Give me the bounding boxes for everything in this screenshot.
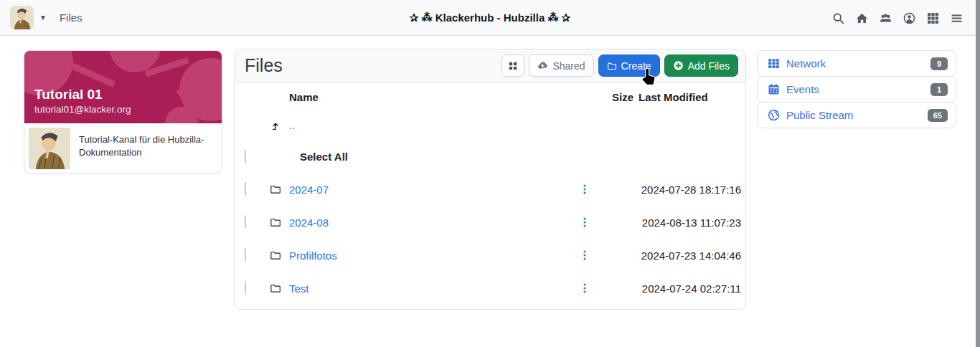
sidebar-item-label: Public Stream [786, 109, 928, 121]
groups-icon[interactable] [879, 11, 892, 24]
page: ▼ Files ✰ ⁂ Klackerhub - Hubzilla ⁂ ✰ [0, 0, 980, 347]
row-menu-kebab-icon[interactable] [570, 184, 599, 194]
select-all-label: Select All [300, 151, 348, 163]
level-up-icon [262, 120, 289, 131]
row-modified: 2024-07-23 14:04:46 [633, 249, 741, 262]
row-menu-kebab-icon[interactable] [570, 217, 599, 227]
right-sidebar: Network 9 Events 1 Public Stream 65 [757, 50, 956, 128]
files-panel-header: Files Shared Create Add Files [235, 49, 745, 82]
column-header-modified: Last Modified [633, 91, 741, 103]
table-row: Profilfotos 2024-07-23 14:04:46 [235, 239, 745, 272]
create-button[interactable]: Create [598, 54, 660, 77]
scrollbar-thumb[interactable] [976, 0, 980, 347]
navbar: ▼ Files ✰ ⁂ Klackerhub - Hubzilla ⁂ ✰ [0, 0, 980, 36]
create-button-label: Create [621, 60, 651, 72]
account-icon[interactable] [903, 11, 915, 24]
folder-icon [607, 61, 617, 71]
channel-dropdown-caret[interactable]: ▼ [39, 14, 47, 22]
files-panel: Files Shared Create Add Files [234, 49, 746, 310]
row-modified: 2024-07-24 02:27:11 [633, 282, 741, 295]
folder-link[interactable]: 2024-07 [289, 184, 329, 196]
channel-avatar[interactable] [10, 6, 34, 29]
cloud-download-icon [537, 60, 548, 71]
network-count-badge: 9 [930, 57, 948, 70]
add-files-button-label: Add Files [688, 60, 730, 72]
avatar-image [10, 6, 34, 29]
channel-address: tutorial01@klacker.org [34, 104, 212, 115]
table-row: 2024-08 2024-08-13 11:07:23 [235, 206, 745, 239]
plus-circle-icon [673, 60, 684, 71]
app-context-label: Files [60, 11, 83, 24]
avatar-image [29, 128, 70, 169]
folder-icon [262, 282, 289, 294]
folder-link[interactable]: Profilfotos [289, 249, 337, 262]
shared-button-label: Shared [552, 60, 585, 72]
navbar-icons [831, 0, 963, 36]
column-header-size: Size [599, 91, 633, 103]
folder-link[interactable]: 2024-08 [289, 217, 329, 229]
channel-description: Tutorial-Kanal für die Hubzilla-Dokument… [79, 128, 215, 158]
parent-directory-link[interactable]: .. [289, 119, 295, 131]
table-header-row: Name Size Last Modified [235, 82, 745, 111]
row-modified: 2024-08-13 11:07:23 [633, 217, 741, 229]
row-checkbox[interactable] [245, 248, 246, 262]
sidebar-item-label: Events [786, 83, 930, 95]
profile-banner: Tutorial 01 tutorial01@klacker.org [24, 51, 222, 123]
table-row: 2024-07 2024-07-28 18:17:16 [235, 173, 745, 206]
folder-icon [262, 217, 289, 228]
events-count-badge: 1 [930, 83, 948, 96]
add-files-button[interactable]: Add Files [664, 54, 738, 77]
view-toggle-button[interactable] [501, 54, 524, 77]
files-toolbar: Shared Create Add Files [501, 54, 738, 77]
profile-avatar [29, 128, 70, 169]
menu-icon[interactable] [950, 11, 963, 24]
row-menu-kebab-icon[interactable] [570, 283, 599, 293]
table-row: Test 2024-07-24 02:27:11 [235, 272, 745, 305]
apps-grid-icon[interactable] [926, 11, 939, 24]
public-stream-count-badge: 65 [928, 109, 948, 122]
network-grid-icon [768, 57, 780, 70]
sidebar-item-public-stream[interactable]: Public Stream 65 [757, 102, 956, 128]
home-icon[interactable] [855, 11, 868, 24]
sidebar-item-network[interactable]: Network 9 [757, 50, 956, 77]
folder-icon [262, 184, 289, 195]
shared-button[interactable]: Shared [529, 54, 593, 77]
channel-name: Tutorial 01 [34, 87, 212, 103]
grid-view-icon [508, 61, 518, 71]
select-all-checkbox[interactable] [245, 150, 246, 163]
profile-card: Tutorial 01 tutorial01@klacker.org Tutor… [24, 50, 222, 174]
parent-directory-row: .. [235, 111, 745, 140]
sidebar-item-label: Network [786, 57, 930, 70]
folder-link[interactable]: Test [289, 282, 309, 295]
files-table: Name Size Last Modified .. Select All [235, 82, 745, 309]
search-icon[interactable] [831, 11, 844, 24]
globe-icon [768, 109, 780, 121]
row-menu-kebab-icon[interactable] [570, 250, 599, 260]
calendar-icon [768, 83, 780, 95]
row-checkbox[interactable] [245, 182, 246, 196]
files-title: Files [245, 55, 283, 76]
row-modified: 2024-07-28 18:17:16 [633, 184, 741, 196]
vertical-scrollbar[interactable] [976, 0, 980, 347]
column-header-name: Name [289, 91, 570, 103]
sidebar-item-events[interactable]: Events 1 [757, 76, 956, 103]
folder-icon [262, 249, 289, 261]
row-checkbox[interactable] [245, 281, 246, 295]
row-checkbox[interactable] [245, 215, 246, 229]
select-all-row: Select All [235, 140, 745, 173]
